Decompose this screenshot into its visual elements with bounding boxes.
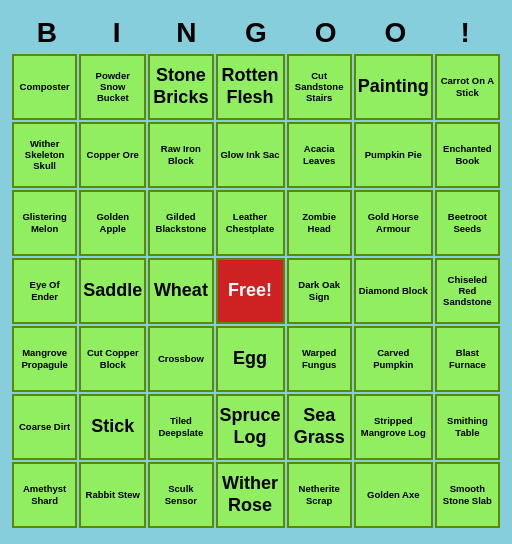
bingo-cell: Gold Horse Armour [354,190,433,256]
bingo-cell: Carrot On A Stick [435,54,500,120]
bingo-cell: Crossbow [148,326,213,392]
bingo-cell: Egg [216,326,285,392]
bingo-cell: Dark Oak Sign [287,258,352,324]
bingo-cell: Glow Ink Sac [216,122,285,188]
bingo-cell: Leather Chestplate [216,190,285,256]
bingo-header: BINGOO! [12,16,500,50]
bingo-cell: Raw Iron Block [148,122,213,188]
bingo-cell: Rotten Flesh [216,54,285,120]
bingo-cell: Glistering Melon [12,190,77,256]
bingo-cell: Smithing Table [435,394,500,460]
header-letter: I [82,16,152,50]
bingo-cell: Diamond Block [354,258,433,324]
bingo-grid: ComposterPowder Snow BucketStone BricksR… [12,54,500,528]
bingo-cell: Eye Of Ender [12,258,77,324]
bingo-cell: Wither Skeleton Skull [12,122,77,188]
bingo-cell: Chiseled Red Sandstone [435,258,500,324]
bingo-cell: Painting [354,54,433,120]
bingo-cell: Golden Axe [354,462,433,528]
bingo-cell: Mangrove Propagule [12,326,77,392]
bingo-cell: Enchanted Book [435,122,500,188]
header-letter: ! [430,16,500,50]
bingo-cell: Composter [12,54,77,120]
bingo-cell: Warped Fungus [287,326,352,392]
bingo-cell: Smooth Stone Slab [435,462,500,528]
free-cell: Free! [216,258,285,324]
bingo-cell: Stick [79,394,146,460]
bingo-cell: Beetroot Seeds [435,190,500,256]
bingo-cell: Acacia Leaves [287,122,352,188]
bingo-cell: Gilded Blackstone [148,190,213,256]
bingo-cell: Copper Ore [79,122,146,188]
header-letter: B [12,16,82,50]
bingo-cell: Wither Rose [216,462,285,528]
bingo-cell: Tiled Deepslate [148,394,213,460]
bingo-cell: Sea Grass [287,394,352,460]
bingo-cell: Sculk Sensor [148,462,213,528]
bingo-cell: Spruce Log [216,394,285,460]
header-letter: O [361,16,431,50]
bingo-cell: Zombie Head [287,190,352,256]
bingo-card: BINGOO! ComposterPowder Snow BucketStone… [4,8,508,536]
header-letter: N [151,16,221,50]
bingo-cell: Stripped Mangrove Log [354,394,433,460]
header-letter: O [291,16,361,50]
bingo-cell: Rabbit Stew [79,462,146,528]
bingo-cell: Pumpkin Pie [354,122,433,188]
bingo-cell: Powder Snow Bucket [79,54,146,120]
bingo-cell: Netherite Scrap [287,462,352,528]
bingo-cell: Coarse Dirt [12,394,77,460]
header-letter: G [221,16,291,50]
bingo-cell: Blast Furnace [435,326,500,392]
bingo-cell: Cut Sandstone Stairs [287,54,352,120]
bingo-cell: Saddle [79,258,146,324]
bingo-cell: Golden Apple [79,190,146,256]
bingo-cell: Wheat [148,258,213,324]
bingo-cell: Stone Bricks [148,54,213,120]
bingo-cell: Cut Copper Block [79,326,146,392]
bingo-cell: Carved Pumpkin [354,326,433,392]
bingo-cell: Amethyst Shard [12,462,77,528]
